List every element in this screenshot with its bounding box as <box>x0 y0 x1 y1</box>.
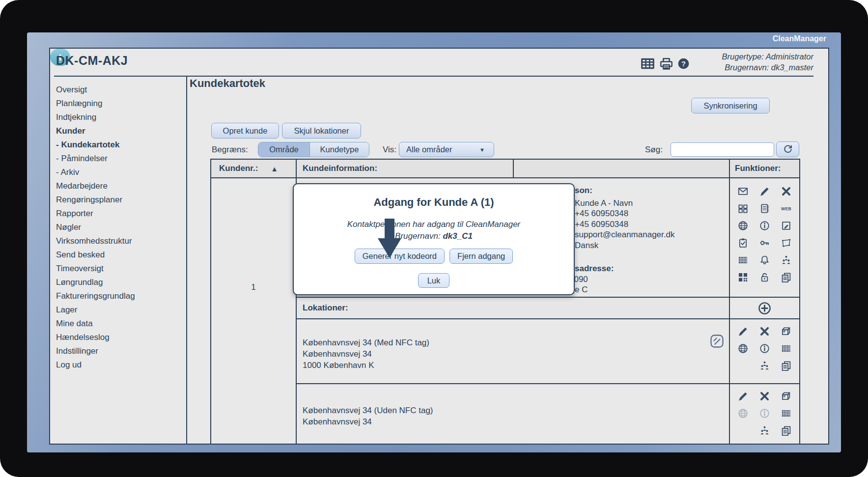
hide-locations-button[interactable]: Skjul lokationer <box>282 123 361 139</box>
people-icon[interactable] <box>779 253 793 267</box>
printer-icon[interactable] <box>659 56 673 71</box>
cubes-icon[interactable] <box>736 202 750 215</box>
sidebar-item[interactable]: Planlægning <box>56 97 183 111</box>
page-title: Kundekartotek <box>190 77 265 90</box>
book-icon[interactable] <box>757 202 772 215</box>
address-city-fragment: e C <box>575 284 727 295</box>
grid-icon[interactable] <box>779 342 793 355</box>
username-value: dk3_C1 <box>443 231 472 241</box>
sidebar-item[interactable]: Hændelseslog <box>56 331 183 344</box>
svg-text:?: ? <box>681 60 686 68</box>
note-icon[interactable] <box>779 219 793 232</box>
sidebar-item[interactable]: Send besked <box>56 248 183 262</box>
app-window: DK-CM-AKJ ? Brugertype: Administrator Br… <box>49 48 829 445</box>
add-location-icon[interactable] <box>758 302 771 315</box>
delete-icon[interactable] <box>757 325 772 338</box>
map-icon[interactable] <box>779 236 793 250</box>
search-input[interactable] <box>671 142 774 157</box>
info-icon[interactable] <box>757 342 772 355</box>
sidebar-item[interactable]: Mine data <box>56 317 183 331</box>
sidebar-item[interactable]: Indstillinger <box>56 344 183 358</box>
mail-icon[interactable] <box>736 185 750 198</box>
location-address: Københavnsvej 34 (Uden NFC tag) Københav… <box>303 405 433 427</box>
location-street: Københavnsvej 34 <box>303 416 433 427</box>
address-label-fragment: sadresse: <box>575 263 727 274</box>
nfc-tag-icon[interactable] <box>709 334 725 349</box>
area-select[interactable]: Alle områder ▼ <box>399 142 494 157</box>
contact-phone-1: +45 60950348 <box>575 208 727 219</box>
qr-icon[interactable] <box>736 271 750 284</box>
grid-icon[interactable] <box>736 253 750 267</box>
help-icon[interactable]: ? <box>677 57 690 70</box>
customer-function-icons: WEB <box>730 178 799 297</box>
copy-icon[interactable] <box>779 271 793 284</box>
username-label: Brugernavn: <box>395 231 441 241</box>
column-header-customer-no[interactable]: Kundenr.: ▲ <box>210 159 297 178</box>
box-icon[interactable] <box>779 390 793 403</box>
user-name-label: Brugernavn: dk3_master <box>722 62 813 73</box>
locations-add-cell <box>729 297 800 319</box>
bell-icon[interactable] <box>757 253 772 267</box>
device-frame: CleanManager DK-CM-AKJ ? Brugertype: Adm… <box>0 0 868 477</box>
limit-option-area[interactable]: Område <box>258 142 309 157</box>
location-function-icons <box>730 384 799 445</box>
location-street: Københavnsvej 34 <box>303 348 429 360</box>
box-icon[interactable] <box>779 325 793 338</box>
globe-icon[interactable] <box>736 219 750 232</box>
sidebar-item[interactable]: Løngrundlag <box>56 276 183 289</box>
lock-icon[interactable] <box>757 271 772 284</box>
address-postal-fragment: 2090 <box>569 274 727 285</box>
delete-icon[interactable] <box>757 390 772 403</box>
sort-asc-icon[interactable]: ▲ <box>271 165 278 173</box>
sidebar-item[interactable]: Faktureringsgrundlag <box>56 289 183 303</box>
globe-icon[interactable] <box>736 342 750 355</box>
location-address: Københavnsvej 34 (Med NFC tag) København… <box>303 337 429 371</box>
refresh-icon <box>783 144 793 154</box>
sidebar-item[interactable]: Medarbejdere <box>56 179 183 193</box>
location-functions-cell <box>729 383 800 445</box>
pencil-icon[interactable] <box>736 325 750 338</box>
sidebar-item[interactable]: - Arkiv <box>56 166 183 179</box>
pencil-icon[interactable] <box>736 390 750 403</box>
create-customer-button[interactable]: Opret kunde <box>211 123 279 139</box>
sidebar-item[interactable]: Rapporter <box>56 207 183 221</box>
sidebar-item[interactable]: Log ud <box>56 358 183 372</box>
sidebar-item[interactable]: Indtjekning <box>56 111 183 124</box>
clipboard-icon[interactable] <box>736 236 750 250</box>
copy-icon[interactable] <box>779 424 793 437</box>
delete-icon[interactable] <box>779 185 793 198</box>
refresh-button[interactable] <box>776 141 799 157</box>
contact-name: Kunde A - Navn <box>575 198 727 209</box>
customer-info-header-label: Kundeinformation: <box>303 164 377 173</box>
sidebar-item[interactable]: Lager <box>56 303 183 317</box>
remove-access-button[interactable]: Fjern adgang <box>449 249 513 264</box>
grid-icon[interactable] <box>779 407 793 420</box>
dialog-title: Adgang for Kunde A (1) <box>294 196 574 209</box>
sidebar-item[interactable]: Nøgler <box>56 221 183 234</box>
sidebar-item[interactable]: - Kundekartotek <box>56 138 183 152</box>
info-icon[interactable] <box>757 407 772 420</box>
info-icon[interactable] <box>757 219 772 232</box>
sidebar-item[interactable]: - Påmindelser <box>56 152 183 166</box>
customer-info-visible-text: son: Kunde A - Navn +45 60950348 +45 609… <box>575 185 727 295</box>
people-icon[interactable] <box>757 359 772 372</box>
limit-label: Begræns: <box>212 145 248 155</box>
sidebar-item[interactable]: Oversigt <box>56 83 183 97</box>
close-button[interactable]: Luk <box>418 273 449 288</box>
customer-no-header-label: Kundenr.: <box>219 164 258 173</box>
sidebar-item[interactable]: Rengøringsplaner <box>56 193 183 207</box>
table-icon[interactable] <box>641 57 654 70</box>
sync-button[interactable]: Synkronisering <box>691 98 770 113</box>
key-icon[interactable] <box>757 236 772 250</box>
contact-language: Dansk <box>575 240 727 251</box>
sidebar-item[interactable]: Kunder <box>56 124 183 138</box>
web-icon[interactable]: WEB <box>779 202 793 215</box>
copy-icon[interactable] <box>779 359 793 372</box>
pencil-icon[interactable] <box>757 185 772 198</box>
sidebar-item[interactable]: Virksomhedsstruktur <box>56 234 183 248</box>
sidebar-item[interactable]: Timeoversigt <box>56 262 183 276</box>
dialog-buttons: Generer nyt kodeord Fjern adgang <box>294 249 574 264</box>
people-icon[interactable] <box>757 424 772 437</box>
globe-icon[interactable] <box>736 407 750 420</box>
limit-option-customertype[interactable]: Kundetype <box>309 142 369 157</box>
